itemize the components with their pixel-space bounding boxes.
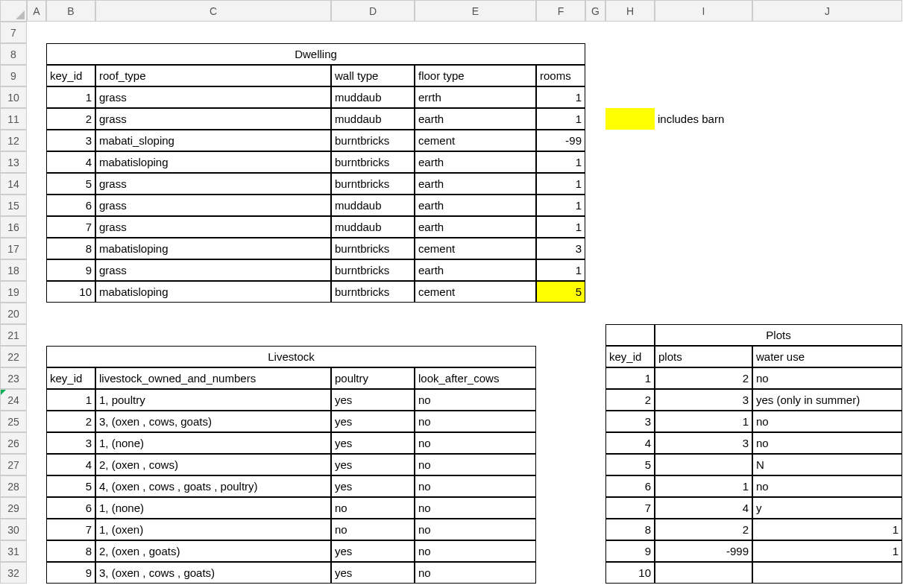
cell-H28[interactable]: 6	[605, 475, 655, 497]
cell-D10[interactable]: muddaub	[331, 86, 415, 108]
cell-B11[interactable]: 2	[46, 108, 95, 130]
cell-A16[interactable]	[27, 216, 46, 238]
cell-H25[interactable]: 3	[605, 411, 655, 432]
cell-F14[interactable]: 1	[536, 173, 585, 195]
cell-D25[interactable]: yes	[331, 411, 415, 432]
cell-E12[interactable]: cement	[415, 130, 536, 151]
cell-B28[interactable]: 5	[46, 475, 95, 497]
cell-B31[interactable]: 8	[46, 540, 95, 562]
cell-I26[interactable]: 3	[655, 432, 752, 454]
cell-D13[interactable]: burntbricks	[331, 151, 415, 173]
cell-C28[interactable]: 4, (oxen , cows , goats , poultry)	[95, 475, 331, 497]
cell-H7[interactable]	[605, 22, 655, 43]
col-header-G[interactable]: G	[585, 0, 605, 22]
row-header-16[interactable]: 16	[0, 216, 27, 238]
cell-G21[interactable]	[585, 324, 605, 346]
cell-C16[interactable]: grass	[95, 216, 331, 238]
cell-H32[interactable]: 10	[605, 562, 655, 584]
cell-C20[interactable]	[95, 303, 331, 324]
cell-E10[interactable]: errth	[415, 86, 536, 108]
cell-A12[interactable]	[27, 130, 46, 151]
cell-D18[interactable]: burntbricks	[331, 259, 415, 281]
livestock-header-cows[interactable]: look_after_cows	[415, 367, 536, 389]
cell-A19[interactable]	[27, 281, 46, 303]
livestock-title[interactable]: Livestock	[46, 346, 536, 367]
cell-D28[interactable]: yes	[331, 475, 415, 497]
cell-C32[interactable]: 3, (oxen , cows , goats)	[95, 562, 331, 584]
cell-E25[interactable]: no	[415, 411, 536, 432]
cell-I8[interactable]	[655, 43, 752, 65]
cell-I27[interactable]	[655, 454, 752, 475]
cell-A22[interactable]	[27, 346, 46, 367]
plots-title[interactable]: Plots	[655, 324, 902, 346]
cell-H31[interactable]: 9	[605, 540, 655, 562]
row-header-9[interactable]: 9	[0, 65, 27, 86]
cell-C15[interactable]: grass	[95, 195, 331, 216]
cell-I31[interactable]: -999	[655, 540, 752, 562]
cell-C25[interactable]: 3, (oxen , cows, goats)	[95, 411, 331, 432]
cell-G25[interactable]	[585, 411, 605, 432]
cell-G10[interactable]	[585, 86, 605, 108]
cell-D7[interactable]	[331, 22, 415, 43]
cell-G17[interactable]	[585, 238, 605, 259]
cell-J16[interactable]	[752, 216, 902, 238]
cell-E19[interactable]: cement	[415, 281, 536, 303]
cell-B32[interactable]: 9	[46, 562, 95, 584]
cell-E21[interactable]	[415, 324, 536, 346]
dwelling-header-keyid[interactable]: key_id	[46, 65, 95, 86]
col-header-H[interactable]: H	[605, 0, 655, 22]
dwelling-header-rooms[interactable]: rooms	[536, 65, 585, 86]
cell-A24[interactable]	[27, 389, 46, 411]
cell-H12[interactable]	[605, 130, 655, 151]
cell-I19[interactable]	[655, 281, 752, 303]
cell-F20[interactable]	[536, 303, 585, 324]
col-header-D[interactable]: D	[331, 0, 415, 22]
cell-I18[interactable]	[655, 259, 752, 281]
row-header-19[interactable]: 19	[0, 281, 27, 303]
cell-G8[interactable]	[585, 43, 605, 65]
cell-F15[interactable]: 1	[536, 195, 585, 216]
cell-J19[interactable]	[752, 281, 902, 303]
cell-F21[interactable]	[536, 324, 585, 346]
cell-E29[interactable]: no	[415, 497, 536, 519]
col-header-C[interactable]: C	[95, 0, 331, 22]
cell-C29[interactable]: 1, (none)	[95, 497, 331, 519]
cell-D12[interactable]: burntbricks	[331, 130, 415, 151]
cell-A7[interactable]	[27, 22, 46, 43]
cell-C27[interactable]: 2, (oxen , cows)	[95, 454, 331, 475]
cell-A20[interactable]	[27, 303, 46, 324]
plots-header-plots[interactable]: plots	[655, 346, 752, 367]
cell-D20[interactable]	[331, 303, 415, 324]
cell-F13[interactable]: 1	[536, 151, 585, 173]
cell-C18[interactable]: grass	[95, 259, 331, 281]
cell-C19[interactable]: mabatisloping	[95, 281, 331, 303]
cell-I14[interactable]	[655, 173, 752, 195]
livestock-header-keyid[interactable]: key_id	[46, 367, 95, 389]
cell-G20[interactable]	[585, 303, 605, 324]
cell-B19[interactable]: 10	[46, 281, 95, 303]
cell-G15[interactable]	[585, 195, 605, 216]
cell-H13[interactable]	[605, 151, 655, 173]
dwelling-header-floortype[interactable]: floor type	[415, 65, 536, 86]
cell-J26[interactable]: no	[752, 432, 902, 454]
cell-B15[interactable]: 6	[46, 195, 95, 216]
cell-F16[interactable]: 1	[536, 216, 585, 238]
cell-C30[interactable]: 1, (oxen)	[95, 519, 331, 540]
cell-A8[interactable]	[27, 43, 46, 65]
cell-H9[interactable]	[605, 65, 655, 86]
cell-I20[interactable]	[655, 303, 752, 324]
row-header-30[interactable]: 30	[0, 519, 27, 540]
cell-D16[interactable]: muddaub	[331, 216, 415, 238]
cell-F30[interactable]	[536, 519, 585, 540]
cell-A11[interactable]	[27, 108, 46, 130]
cell-F7[interactable]	[536, 22, 585, 43]
col-header-I[interactable]: I	[655, 0, 752, 22]
cell-A32[interactable]	[27, 562, 46, 584]
cell-I12[interactable]	[655, 130, 752, 151]
cell-J30[interactable]: 1	[752, 519, 902, 540]
cell-H30[interactable]: 8	[605, 519, 655, 540]
cell-F11[interactable]: 1	[536, 108, 585, 130]
cell-A25[interactable]	[27, 411, 46, 432]
cell-I32[interactable]	[655, 562, 752, 584]
cell-B16[interactable]: 7	[46, 216, 95, 238]
